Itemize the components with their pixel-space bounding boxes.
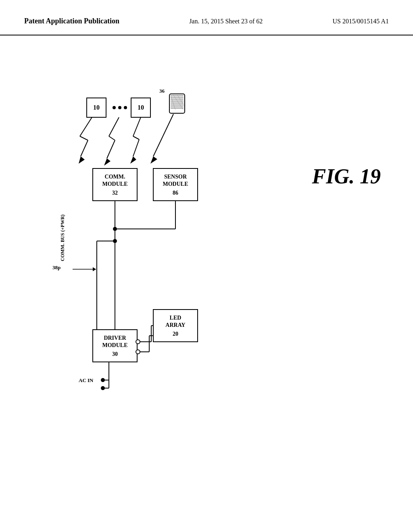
svg-marker-14: [104, 158, 111, 166]
svg-rect-63: [169, 94, 185, 113]
date-sheet-label: Jan. 15, 2015 Sheet 23 of 62: [189, 18, 263, 25]
svg-text:SENSOR: SENSOR: [164, 174, 187, 180]
svg-line-73: [177, 95, 184, 106]
svg-line-12: [109, 136, 115, 140]
svg-marker-20: [150, 156, 157, 164]
svg-line-72: [173, 95, 184, 110]
comm-bus-label: COMM. BUS (+PWR): [60, 214, 66, 261]
svg-text:MODULE: MODULE: [163, 181, 188, 187]
svg-point-4: [124, 106, 127, 109]
diagram-area: 10 10 COMM. MODULE 32 SENSO: [0, 35, 413, 519]
svg-text:MODULE: MODULE: [102, 342, 128, 348]
svg-line-13: [107, 140, 115, 158]
publication-label: Patent Application Publication: [24, 17, 119, 25]
svg-text:86: 86: [173, 190, 178, 196]
header-left: Patent Application Publication: [24, 16, 119, 26]
svg-text:DRIVER: DRIVER: [104, 335, 126, 341]
svg-text:20: 20: [173, 331, 178, 337]
node-36-label: 36: [159, 88, 165, 94]
page-header: Patent Application Publication Jan. 15, …: [0, 0, 413, 35]
svg-text:ARRAY: ARRAY: [165, 322, 185, 328]
svg-marker-10: [79, 156, 85, 164]
svg-point-50: [136, 340, 140, 344]
svg-marker-38: [93, 267, 96, 271]
svg-line-17: [133, 139, 139, 156]
figure-label: FIG. 19: [312, 164, 381, 188]
patent-number-label: US 2015/0015145 A1: [332, 18, 389, 25]
svg-point-2: [113, 106, 116, 109]
node-38p-label: 38p: [52, 264, 60, 271]
svg-line-9: [81, 140, 88, 156]
phone-icon: [167, 92, 192, 116]
svg-text:10: 10: [93, 104, 100, 111]
svg-text:MODULE: MODULE: [102, 181, 128, 187]
svg-line-71: [171, 95, 175, 110]
svg-text:10: 10: [138, 104, 144, 111]
diagram-svg: 10 10 COMM. MODULE 32 SENSO: [0, 35, 413, 519]
svg-marker-18: [130, 156, 136, 164]
ac-in-label: AC IN: [79, 377, 93, 384]
header-center: Jan. 15, 2015 Sheet 23 of 62: [189, 16, 263, 27]
svg-text:COMM.: COMM.: [105, 174, 125, 180]
svg-point-3: [118, 106, 121, 109]
svg-line-19: [153, 114, 173, 156]
svg-point-54: [136, 350, 140, 354]
svg-text:32: 32: [112, 190, 118, 196]
header-right: US 2015/0015145 A1: [332, 16, 389, 27]
svg-line-8: [80, 136, 88, 140]
svg-line-15: [133, 117, 141, 136]
svg-text:LED: LED: [170, 315, 181, 321]
svg-line-16: [133, 136, 139, 139]
svg-line-7: [80, 117, 92, 136]
svg-line-11: [109, 117, 119, 136]
svg-text:30: 30: [112, 351, 118, 357]
